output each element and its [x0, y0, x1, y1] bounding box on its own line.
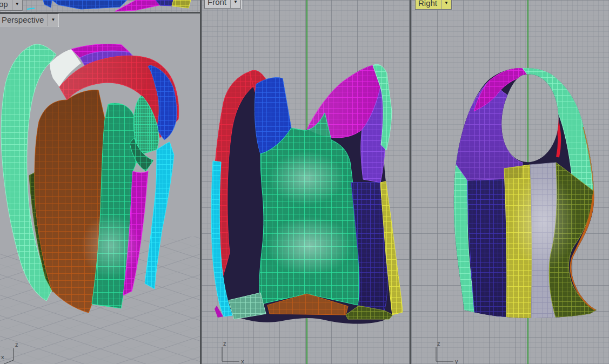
rhino-multi-viewport: op ▼	[0, 0, 609, 364]
front-axis-z-label: z	[223, 340, 226, 347]
front-axis-icon: z x	[222, 340, 244, 364]
right-silver-highlight	[511, 173, 576, 270]
viewport-perspective[interactable]: z x Perspective ▼	[0, 14, 200, 364]
front-waist-highlight	[266, 216, 353, 275]
viewport-top[interactable]: op ▼	[0, 0, 200, 12]
front-axis-x-label: x	[241, 358, 244, 364]
right-purple-shade	[454, 81, 523, 180]
border-front-right[interactable]	[410, 0, 411, 364]
viewport-perspective-dropdown-icon[interactable]: ▼	[48, 14, 55, 26]
viewport-front-label[interactable]: Front ▼	[204, 0, 241, 9]
right-axis-icon: z y	[436, 340, 458, 364]
right-navy-shade	[467, 168, 507, 319]
perspective-axis-z-label: z	[15, 341, 18, 348]
viewport-top-label-text: op	[0, 0, 8, 10]
top-sliver-yellow-panel[interactable]	[172, 0, 191, 8]
top-sliver-blue-panel[interactable]	[52, 0, 127, 9]
viewport-right-label-text: Right	[418, 0, 437, 9]
viewport-perspective-label[interactable]: Perspective ▼	[0, 14, 58, 26]
viewport-front-dropdown-icon[interactable]: ▼	[230, 0, 238, 8]
right-garment-panels[interactable]	[449, 68, 597, 319]
border-left-front[interactable]	[200, 0, 202, 364]
viewport-right[interactable]: z y Right ▼	[411, 0, 609, 364]
perspective-axis-x-label: x	[1, 354, 4, 360]
top-model-sliver[interactable]	[0, 0, 200, 12]
viewport-right-dropdown-icon[interactable]: ▼	[441, 0, 449, 9]
viewport-right-label[interactable]: Right ▼	[415, 0, 452, 10]
perspective-garment-model[interactable]	[1, 44, 179, 313]
right-axis-y-label: y	[455, 358, 458, 364]
viewport-front[interactable]: z x Front ▼	[202, 0, 410, 364]
right-garment-model[interactable]: z y	[411, 0, 609, 364]
viewport-top-label[interactable]: op ▼	[0, 0, 23, 11]
top-sliver-blue-tri[interactable]	[43, 0, 52, 8]
front-garment-model[interactable]: z x	[202, 0, 410, 364]
viewport-front-label-text: Front	[208, 0, 226, 8]
viewport-top-dropdown-icon[interactable]: ▼	[12, 0, 19, 10]
border-top-perspective[interactable]	[0, 12, 200, 14]
viewport-perspective-label-text: Perspective	[2, 14, 44, 26]
perspective-scene[interactable]: z x	[0, 14, 200, 364]
front-chest-highlight	[269, 151, 345, 205]
right-axis-z-label: z	[437, 340, 440, 347]
